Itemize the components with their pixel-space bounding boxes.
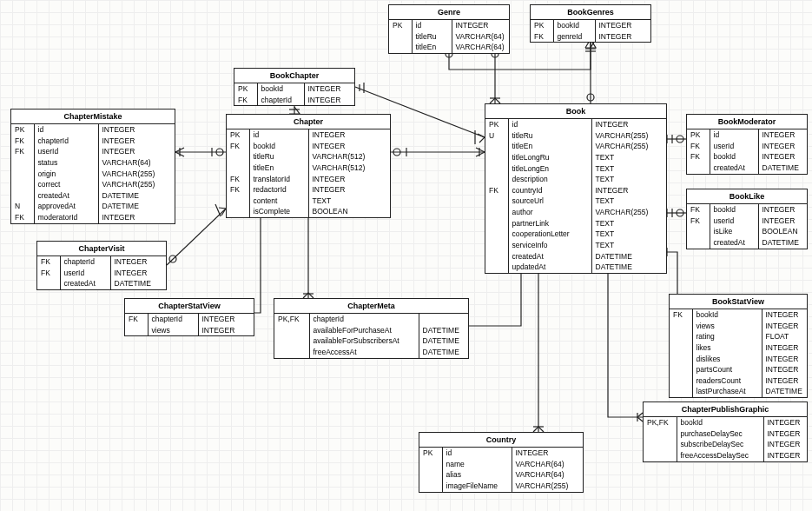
key-cell xyxy=(274,325,309,336)
entity-title: BookLike xyxy=(687,189,807,204)
column-row: createdAtDATETIME xyxy=(485,251,668,262)
entity-chapter[interactable]: ChapterPKidINTEGERFKbookIdINTEGERtitleRu… xyxy=(226,114,391,218)
type-cell: VARCHAR(255) xyxy=(591,207,668,218)
column-row: PKbookIdINTEGER xyxy=(234,83,356,95)
entity-bookChapter[interactable]: BookChapterPKbookIdINTEGERFKchapterIdINT… xyxy=(234,68,355,106)
column-row: FKredactorIdINTEGER xyxy=(227,184,392,196)
name-cell: id xyxy=(412,20,452,31)
name-cell: countryId xyxy=(508,185,591,196)
type-cell: VARCHAR(255) xyxy=(98,179,176,190)
name-cell: titleRu xyxy=(412,31,452,43)
name-cell: updatedAt xyxy=(508,262,591,273)
type-cell: INTEGER xyxy=(591,119,668,130)
type-cell: INTEGER xyxy=(595,20,652,31)
name-cell: isComplete xyxy=(249,206,308,217)
key-cell: FK xyxy=(670,309,692,321)
entity-title: ChapterPublishGraphic xyxy=(644,402,807,417)
column-row: titleEnVARCHAR(255) xyxy=(485,141,668,152)
name-cell: userId xyxy=(34,146,98,157)
key-cell: FK xyxy=(485,185,508,196)
entity-bookLike[interactable]: BookLikeFKbookIdINTEGERFKuserIdINTEGERis… xyxy=(686,189,808,249)
entity-chapterStatView[interactable]: ChapterStatViewFKchapterIdINTEGERviewsIN… xyxy=(124,298,254,336)
entity-columns: PKbookIdINTEGERFKgenreIdINTEGER xyxy=(531,20,652,42)
entity-bookStatView[interactable]: BookStatViewFKbookIdINTEGERviewsINTEGERr… xyxy=(669,294,808,398)
entity-country[interactable]: CountryPKidINTEGERnameVARCHAR(64)aliasVA… xyxy=(419,432,584,493)
name-cell: titleLongEn xyxy=(508,163,591,175)
name-cell: bookId xyxy=(710,204,758,216)
name-cell: partnerLink xyxy=(508,218,591,229)
key-cell xyxy=(687,163,710,174)
column-row: titleLongRuTEXT xyxy=(485,152,668,163)
column-row: titleLongEnTEXT xyxy=(485,163,668,175)
name-cell: bookId xyxy=(677,417,763,428)
entity-bookModerator[interactable]: BookModeratorPKidINTEGERFKuserIdINTEGERF… xyxy=(686,114,808,175)
type-cell: INTEGER xyxy=(763,450,809,461)
name-cell: chapterId xyxy=(60,256,110,268)
entity-bookGenres[interactable]: BookGenresPKbookIdINTEGERFKgenreIdINTEGE… xyxy=(530,4,651,43)
name-cell: correct xyxy=(34,179,98,190)
entity-title: ChapterVisit xyxy=(37,242,166,256)
column-row: titleRuVARCHAR(64) xyxy=(389,31,512,43)
entity-chapterMistake[interactable]: ChapterMistakePKidINTEGERFKchapterIdINTE… xyxy=(10,109,175,224)
name-cell: serviceInfo xyxy=(508,240,591,251)
type-cell: TEXT xyxy=(591,218,668,229)
column-row: PK,FKchapterId xyxy=(274,314,470,325)
type-cell: DATETIME xyxy=(98,190,176,202)
column-row: FKchapterIdINTEGER xyxy=(37,256,168,268)
name-cell: translatorId xyxy=(249,174,308,185)
type-cell xyxy=(419,314,470,325)
key-cell: PK xyxy=(531,20,553,31)
name-cell: titleRu xyxy=(249,151,308,163)
name-cell: availableForSubscribersAt xyxy=(309,335,419,347)
key-cell xyxy=(644,450,677,461)
key-cell: PK xyxy=(227,129,249,141)
entity-columns: FKbookIdINTEGERviewsINTEGERratingFLOATli… xyxy=(670,309,809,397)
type-cell: INTEGER xyxy=(512,448,584,459)
column-row: FKbookIdINTEGER xyxy=(687,204,809,216)
entity-book[interactable]: BookPKidINTEGERUtitleRuVARCHAR(255)title… xyxy=(485,103,667,274)
key-cell: PK xyxy=(11,124,34,136)
entity-chapterVisit[interactable]: ChapterVisitFKchapterIdINTEGERFKuserIdIN… xyxy=(36,241,167,290)
name-cell: content xyxy=(249,196,308,207)
column-row: viewsINTEGER xyxy=(670,321,809,332)
column-row: isCompleteBOOLEAN xyxy=(227,206,392,217)
name-cell: partsCount xyxy=(692,364,762,375)
type-cell: DATETIME xyxy=(758,237,809,249)
entity-columns: PK,FKbookIdINTEGERpurchaseDelaySecINTEGE… xyxy=(644,417,809,461)
type-cell: INTEGER xyxy=(98,212,176,223)
key-cell xyxy=(670,342,692,354)
entity-chapterMeta[interactable]: ChapterMetaPK,FKchapterIdavailableForPur… xyxy=(274,298,469,359)
key-cell: FK xyxy=(11,136,34,147)
key-cell xyxy=(687,226,710,237)
column-row: contentTEXT xyxy=(227,196,392,207)
name-cell: id xyxy=(442,448,512,459)
type-cell: BOOLEAN xyxy=(758,226,809,237)
column-row: lastPurchaseAtDATETIME xyxy=(670,386,809,397)
column-row: titleEnVARCHAR(64) xyxy=(389,42,512,53)
column-row: PKidINTEGER xyxy=(687,129,809,141)
entity-chapterPublishGraphic[interactable]: ChapterPublishGraphicPK,FKbookIdINTEGERp… xyxy=(643,402,808,462)
column-row: NapprovedAtDATETIME xyxy=(11,201,176,212)
entity-genre[interactable]: GenrePKidINTEGERtitleRuVARCHAR(64)titleE… xyxy=(388,4,510,54)
type-cell: DATETIME xyxy=(762,386,809,397)
key-cell xyxy=(419,469,442,481)
name-cell: sourceUrl xyxy=(508,196,591,207)
name-cell: views xyxy=(692,321,762,332)
column-row: purchaseDelaySecINTEGER xyxy=(644,428,809,440)
name-cell: chapterId xyxy=(257,95,304,106)
type-cell: INTEGER xyxy=(198,325,255,336)
column-row: FKtranslatorIdINTEGER xyxy=(227,174,392,185)
type-cell: FLOAT xyxy=(762,331,809,342)
name-cell: chapterId xyxy=(148,314,198,325)
key-cell: PK,FK xyxy=(644,417,677,428)
key-cell: FK xyxy=(227,184,249,196)
key-cell: FK xyxy=(227,141,249,152)
type-cell: INTEGER xyxy=(308,184,392,196)
type-cell: INTEGER xyxy=(304,95,356,106)
column-row: FKuserIdINTEGER xyxy=(687,141,809,152)
column-row: FKmoderatorIdINTEGER xyxy=(11,212,176,223)
key-cell xyxy=(670,321,692,332)
type-cell: DATETIME xyxy=(110,278,168,289)
type-cell: DATETIME xyxy=(98,201,176,212)
type-cell: INTEGER xyxy=(762,375,809,387)
